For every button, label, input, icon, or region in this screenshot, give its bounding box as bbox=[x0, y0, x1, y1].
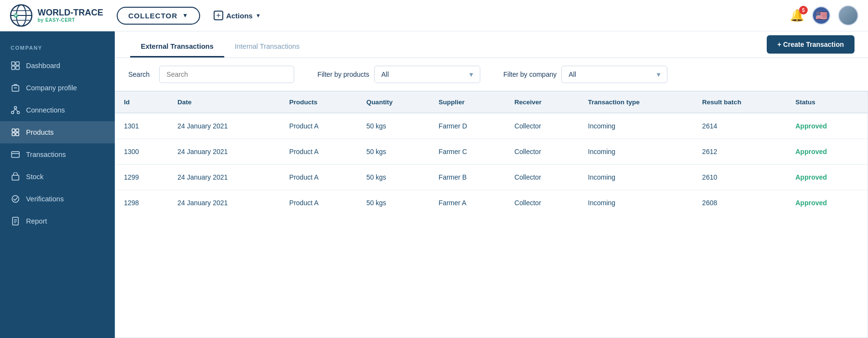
cell-date: 24 January 2021 bbox=[169, 190, 281, 216]
logo-globe-icon bbox=[10, 4, 33, 27]
cell-date: 24 January 2021 bbox=[169, 113, 281, 139]
company-profile-icon bbox=[11, 83, 20, 93]
table-row[interactable]: 1299 24 January 2021 Product A 50 kgs Fa… bbox=[115, 165, 868, 190]
cell-products: Product A bbox=[281, 139, 358, 165]
svg-line-15 bbox=[13, 109, 15, 112]
sidebar-item-products-label: Products bbox=[26, 128, 54, 136]
col-transaction-type: Transaction type bbox=[579, 92, 693, 113]
cell-result-batch: 2610 bbox=[693, 165, 787, 190]
filter-products-select[interactable]: All Product A Product B bbox=[374, 66, 480, 83]
create-transaction-button[interactable]: + Create Transaction bbox=[767, 35, 854, 54]
svg-rect-10 bbox=[12, 85, 19, 91]
notification-badge: 5 bbox=[799, 6, 808, 14]
col-quantity: Quantity bbox=[358, 92, 430, 113]
table-row[interactable]: 1300 24 January 2021 Product A 50 kgs Fa… bbox=[115, 139, 868, 165]
sidebar-item-connections[interactable]: Connections bbox=[0, 99, 115, 121]
svg-point-12 bbox=[14, 107, 17, 109]
flag-icon: 🇺🇸 bbox=[815, 10, 827, 21]
cell-status: Approved bbox=[787, 165, 868, 190]
sidebar-item-transactions[interactable]: Transactions bbox=[0, 143, 115, 166]
filter-products-label: Filter by products bbox=[317, 70, 369, 78]
cell-result-batch: 2608 bbox=[693, 190, 787, 216]
table-header-row: Id Date Products Quantity Supplier Recei… bbox=[115, 92, 868, 113]
search-input[interactable] bbox=[159, 66, 294, 83]
cell-supplier: Farmer C bbox=[430, 139, 506, 165]
cell-date: 24 January 2021 bbox=[169, 165, 281, 190]
transactions-icon bbox=[11, 150, 20, 159]
col-status: Status bbox=[787, 92, 868, 113]
table-row[interactable]: 1298 24 January 2021 Product A 50 kgs Fa… bbox=[115, 190, 868, 216]
sidebar-item-dashboard[interactable]: Dashboard bbox=[0, 55, 115, 77]
cell-type: Incoming bbox=[579, 190, 693, 216]
actions-button[interactable]: + Actions ▼ bbox=[209, 7, 266, 24]
svg-point-24 bbox=[12, 196, 19, 202]
cell-supplier: Farmer A bbox=[430, 190, 506, 216]
tab-internal-transactions[interactable]: Internal Transactions bbox=[224, 35, 311, 57]
topnav-right: 🔔 5 🇺🇸 bbox=[790, 5, 858, 26]
report-icon bbox=[11, 216, 20, 226]
svg-rect-18 bbox=[16, 129, 19, 132]
logo-area: WORLD-TRACE by EASY-CERT bbox=[10, 4, 103, 27]
products-icon bbox=[11, 127, 20, 137]
filter-company-label: Filter by company bbox=[503, 70, 556, 78]
svg-rect-8 bbox=[12, 66, 15, 70]
sidebar-item-stock-label: Stock bbox=[26, 173, 43, 181]
col-supplier: Supplier bbox=[430, 92, 506, 113]
filter-company-select-wrap: All Collector ▼ bbox=[561, 66, 667, 83]
filter-company-select[interactable]: All Collector bbox=[561, 66, 667, 83]
user-avatar-button[interactable] bbox=[838, 5, 858, 26]
plus-icon: + bbox=[214, 11, 223, 20]
svg-point-14 bbox=[17, 112, 20, 114]
sidebar-item-products[interactable]: Products bbox=[0, 121, 115, 143]
search-label: Search bbox=[128, 70, 149, 78]
logo-text: WORLD-TRACE by EASY-CERT bbox=[38, 8, 103, 23]
sidebar-item-report[interactable]: Report bbox=[0, 210, 115, 232]
sidebar-item-report-label: Report bbox=[26, 217, 47, 225]
collector-button[interactable]: COLLECTOR ▼ bbox=[117, 7, 200, 25]
cell-id: 1301 bbox=[115, 113, 169, 139]
cell-receiver: Collector bbox=[506, 190, 580, 216]
sidebar: COMPANY Dashboard Company profile Connec… bbox=[0, 31, 115, 338]
cell-products: Product A bbox=[281, 113, 358, 139]
topnav: WORLD-TRACE by EASY-CERT COLLECTOR ▼ + A… bbox=[0, 0, 868, 31]
svg-rect-9 bbox=[16, 66, 19, 70]
search-input-wrap bbox=[159, 66, 294, 83]
filters-row: Search Filter by products All Product A … bbox=[115, 58, 868, 91]
svg-rect-6 bbox=[12, 62, 15, 65]
svg-rect-20 bbox=[16, 133, 19, 136]
cell-quantity: 50 kgs bbox=[358, 190, 430, 216]
filter-company-group: Filter by company All Collector ▼ bbox=[503, 66, 667, 83]
sidebar-section-company: COMPANY bbox=[0, 36, 115, 55]
tabs-bar: External Transactions Internal Transacti… bbox=[115, 31, 868, 58]
verifications-icon bbox=[11, 194, 20, 204]
svg-rect-19 bbox=[12, 133, 15, 136]
cell-id: 1298 bbox=[115, 190, 169, 216]
cell-status: Approved bbox=[787, 139, 868, 165]
cell-date: 24 January 2021 bbox=[169, 139, 281, 165]
sidebar-item-verifications-label: Verifications bbox=[26, 195, 64, 203]
transactions-table: Id Date Products Quantity Supplier Recei… bbox=[115, 92, 868, 215]
svg-rect-21 bbox=[12, 152, 19, 157]
bell-button[interactable]: 🔔 5 bbox=[790, 9, 804, 22]
cell-result-batch: 2612 bbox=[693, 139, 787, 165]
filter-products-group: Filter by products All Product A Product… bbox=[317, 66, 480, 83]
svg-rect-17 bbox=[12, 129, 15, 132]
cell-quantity: 50 kgs bbox=[358, 165, 430, 190]
language-flag-button[interactable]: 🇺🇸 bbox=[812, 6, 830, 25]
sidebar-item-verifications[interactable]: Verifications bbox=[0, 188, 115, 210]
sidebar-item-company-profile[interactable]: Company profile bbox=[0, 77, 115, 99]
cell-status: Approved bbox=[787, 190, 868, 216]
col-receiver: Receiver bbox=[506, 92, 580, 113]
filter-products-select-wrap: All Product A Product B ▼ bbox=[374, 66, 480, 83]
table-row[interactable]: 1301 24 January 2021 Product A 50 kgs Fa… bbox=[115, 113, 868, 139]
stock-icon bbox=[11, 172, 20, 182]
svg-rect-7 bbox=[16, 62, 19, 65]
content-area: External Transactions Internal Transacti… bbox=[115, 31, 868, 338]
sidebar-item-transactions-label: Transactions bbox=[26, 151, 66, 158]
sidebar-item-stock[interactable]: Stock bbox=[0, 166, 115, 188]
tab-external-transactions[interactable]: External Transactions bbox=[130, 35, 224, 57]
cell-receiver: Collector bbox=[506, 139, 580, 165]
cell-type: Incoming bbox=[579, 139, 693, 165]
connections-icon bbox=[11, 105, 20, 115]
sidebar-item-connections-label: Connections bbox=[26, 106, 65, 114]
